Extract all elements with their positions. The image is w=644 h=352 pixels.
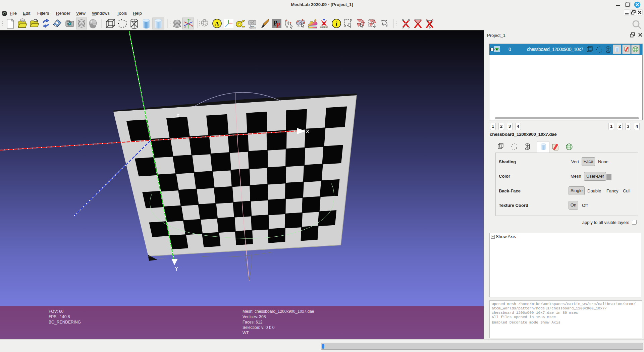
svg-text:chessboard_12: chessboard_12 [157,257,167,259]
svg-text:GEOREF: GEOREF [320,26,328,28]
svg-text:A: A [215,20,219,27]
svg-text:Y: Y [189,19,191,21]
svg-text:Z: Z [184,26,186,28]
svg-text:P: P [276,21,280,29]
svg-text:Alignment: Alignment [249,27,256,29]
svg-text:X: X [192,25,193,27]
svg-text:i: i [335,20,337,27]
